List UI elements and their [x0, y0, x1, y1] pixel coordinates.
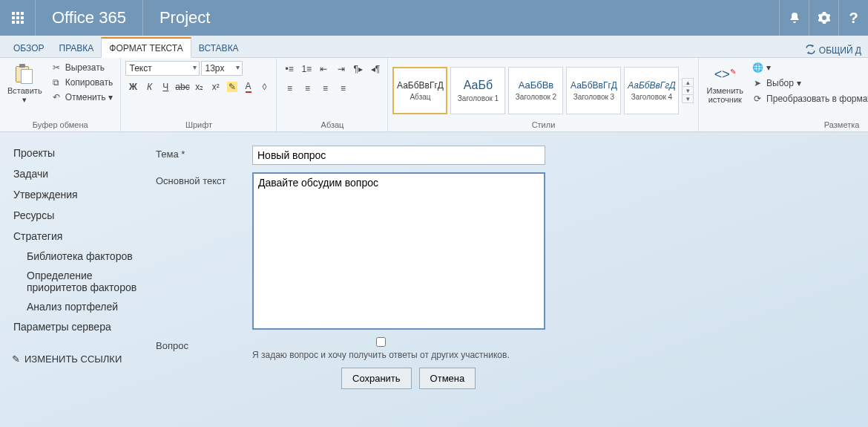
styles-down-button[interactable]: ▾ [683, 87, 693, 95]
subscript-button[interactable]: x₂ [192, 79, 207, 95]
cut-button[interactable]: ✂Вырезать [47, 61, 116, 74]
font-color-icon: A [246, 81, 251, 93]
group-label: Буфер обмена [4, 120, 116, 130]
body-label: Основной текст [156, 172, 252, 186]
question-checkbox[interactable] [252, 337, 510, 347]
copy-button[interactable]: ⧉Копировать [47, 76, 116, 89]
sidebar-item-projects[interactable]: Проекты [12, 143, 142, 163]
undo-button[interactable]: ↶Отменить ▾ [47, 91, 116, 104]
globe-icon: 🌐 [752, 62, 763, 74]
group-label: Разметка [703, 120, 868, 130]
font-family-select[interactable]: Текст [125, 61, 200, 76]
outdent-icon: ⇤ [320, 64, 327, 74]
align-right-icon: ≡ [323, 83, 328, 94]
style-heading3[interactable]: АаБбВвГгД Заголовок 3 [566, 67, 621, 114]
ribbon-group-styles: АаБбВвГгД Абзац АаБб Заголовок 1 АаБбВв … [388, 58, 699, 131]
eraser-icon: ◊ [263, 82, 267, 92]
sidebar-item-tasks[interactable]: Задачи [12, 163, 142, 184]
italic-button[interactable]: К [142, 79, 157, 95]
bullets-button[interactable]: •≡ [281, 61, 297, 77]
form: Тема * Основной текст Вопрос Я задаю воп… [148, 132, 868, 427]
notifications-icon[interactable] [779, 0, 809, 36]
underline-button[interactable]: Ч [158, 79, 173, 95]
code-icon: <>✎ [713, 62, 737, 86]
tab-overview[interactable]: ОБЗОР [6, 39, 52, 57]
rtl-button[interactable]: ◂¶ [367, 61, 383, 77]
app-name[interactable]: Project [143, 0, 226, 36]
outdent-button[interactable]: ⇤ [316, 61, 332, 77]
save-button[interactable]: Сохранить [341, 368, 412, 389]
edit-links-button[interactable]: ✎ИЗМЕНИТЬ ССЫЛКИ [12, 353, 142, 365]
justify-icon: ≡ [341, 83, 346, 94]
tab-text-format[interactable]: ФОРМАТ ТЕКСТА [101, 37, 191, 58]
topbar: Office 365 Project ? [0, 0, 868, 36]
style-paragraph[interactable]: АаБбВвГгД Абзац [392, 67, 447, 114]
align-center-icon: ≡ [305, 83, 310, 94]
convert-xhtml-button[interactable]: ⟳Преобразовать в формат XHTML [749, 92, 868, 105]
tab-edit[interactable]: ПРАВКА [52, 39, 102, 57]
ribbon-group-clipboard: Вставить ▾ ✂Вырезать ⧉Копировать ↶Отмени… [0, 58, 121, 131]
sidebar-item-server-settings[interactable]: Параметры сервера [12, 316, 142, 337]
indent-button[interactable]: ⇥ [333, 61, 349, 77]
scissors-icon: ✂ [50, 62, 62, 74]
cursor-icon: ➤ [752, 77, 763, 89]
edit-source-button[interactable]: <>✎ Изменить источник [703, 61, 746, 120]
help-icon[interactable]: ? [838, 0, 868, 36]
strikethrough-button[interactable]: abc [174, 79, 190, 95]
group-label: Абзац [281, 120, 383, 130]
copy-icon: ⧉ [50, 76, 62, 88]
style-heading1[interactable]: АаБб Заголовок 1 [450, 67, 505, 114]
convert-icon: ⟳ [752, 93, 763, 105]
bold-button[interactable]: Ж [125, 79, 140, 95]
ltr-icon: ¶▸ [354, 64, 363, 74]
topic-input[interactable] [252, 146, 545, 165]
pencil-icon: ✎ [12, 353, 20, 365]
sidebar-sub-driver-priority[interactable]: Определение приоритетов факторов [12, 266, 142, 297]
paste-button[interactable]: Вставить ▾ [4, 61, 45, 120]
numbering-button[interactable]: 1≡ [299, 61, 315, 77]
highlight-icon: ✎ [227, 82, 237, 92]
sidebar-item-strategy[interactable]: Стратегия [12, 226, 142, 247]
sidebar: Проекты Задачи Утверждения Ресурсы Страт… [0, 132, 148, 427]
undo-icon: ↶ [50, 91, 62, 103]
group-label: Стили [392, 120, 694, 130]
justify-button[interactable]: ≡ [335, 80, 351, 97]
select-button[interactable]: ➤Выбор ▾ [749, 76, 868, 90]
language-button[interactable]: 🌐▾ [749, 61, 868, 74]
align-right-button[interactable]: ≡ [317, 80, 333, 97]
body-textarea[interactable] [252, 172, 545, 330]
ribbon-tabs: ОБЗОР ПРАВКА ФОРМАТ ТЕКСТА ВСТАВКА ОБЩИЙ… [0, 36, 868, 58]
styles-scroll: ▴ ▾ ▾ [682, 78, 694, 103]
font-color-button[interactable]: A [241, 79, 256, 95]
sidebar-item-approvals[interactable]: Утверждения [12, 184, 142, 205]
tab-insert[interactable]: ВСТАВКА [191, 39, 246, 57]
superscript-button[interactable]: x² [208, 79, 223, 95]
clear-format-button[interactable]: ◊ [257, 79, 272, 95]
bullets-icon: •≡ [285, 64, 293, 74]
cancel-button[interactable]: Отмена [419, 368, 476, 389]
app-launcher[interactable] [0, 0, 36, 36]
highlight-button[interactable]: ✎ [225, 79, 240, 95]
styles-up-button[interactable]: ▴ [683, 79, 693, 87]
sidebar-item-resources[interactable]: Ресурсы [12, 205, 142, 226]
sidebar-sub-portfolio[interactable]: Анализ портфелей [12, 297, 142, 316]
gear-icon[interactable] [809, 0, 838, 36]
indent-icon: ⇥ [338, 64, 345, 74]
align-left-button[interactable]: ≡ [281, 80, 297, 97]
share-icon [805, 44, 816, 57]
rtl-icon: ◂¶ [371, 64, 380, 74]
font-size-select[interactable]: 13px [201, 61, 243, 76]
align-center-button[interactable]: ≡ [299, 80, 315, 97]
main-area: Проекты Задачи Утверждения Ресурсы Страт… [0, 132, 868, 427]
ribbon-group-font: Текст 13px Ж К Ч abc x₂ x² ✎ A ◊ Шрифт [121, 58, 277, 131]
styles-expand-button[interactable]: ▾ [683, 95, 693, 102]
ltr-button[interactable]: ¶▸ [350, 61, 366, 77]
question-hint: Я задаю вопрос и хочу получить ответы от… [252, 350, 510, 360]
brand[interactable]: Office 365 [36, 0, 143, 36]
share-button[interactable]: ОБЩИЙ Д [805, 44, 862, 57]
waffle-icon [12, 12, 24, 24]
numbering-icon: 1≡ [301, 64, 312, 74]
sidebar-sub-drivers-library[interactable]: Библиотека факторов [12, 247, 142, 266]
style-heading4[interactable]: АаБбВвГгД Заголовок 4 [624, 67, 679, 114]
style-heading2[interactable]: АаБбВв Заголовок 2 [508, 67, 563, 114]
